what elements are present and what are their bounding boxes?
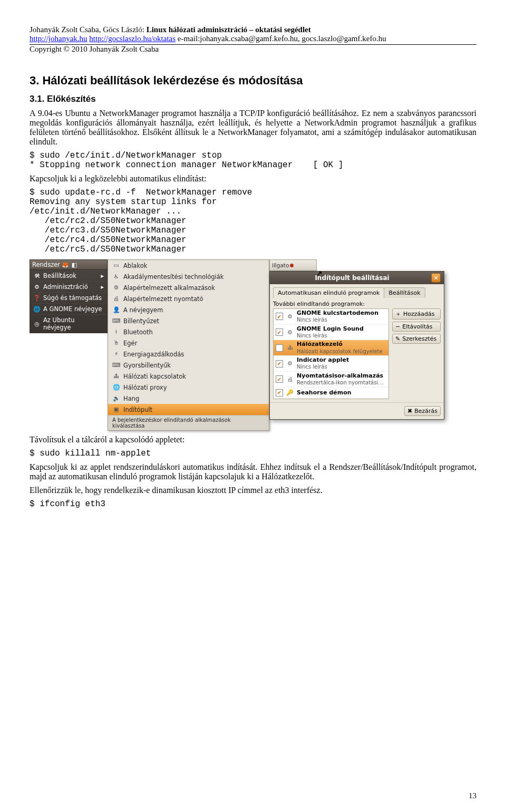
- key-icon: 🔑: [286, 389, 294, 397]
- startup-icon: ▣: [112, 405, 120, 413]
- submenu-item-sound[interactable]: 🔈Hang: [108, 393, 269, 404]
- tools-icon: 🛠: [33, 272, 41, 279]
- paragraph-2: Kapcsoljuk ki a legközelebbi automatikus…: [30, 174, 476, 183]
- list-row[interactable]: ✔🔑Seahorse démon: [274, 388, 388, 399]
- app-icon: ⚙: [286, 312, 294, 321]
- list-row[interactable]: ✔🖨Nyomtatásisor-alkalmazásRendszertálca-…: [274, 372, 388, 388]
- printer-icon: 🖨: [112, 295, 120, 303]
- sysmenu-item-ubuntu[interactable]: ◎Az Ubuntu névjegye: [30, 314, 107, 333]
- checkbox[interactable]: ✔: [276, 375, 283, 383]
- submenu-item-power[interactable]: ⚡Energiagazdálkodás: [108, 349, 269, 360]
- list-row[interactable]: ✔⚙Indicator appletNincs leírás: [274, 356, 388, 372]
- app-icon: ⚙: [112, 284, 120, 292]
- submenu-footer: A bejelentkezéskor elindítandó alkalmazá…: [108, 415, 269, 430]
- network-icon: 🖧: [286, 344, 294, 352]
- header-title: Linux hálózati adminisztráció – oktatási…: [147, 25, 311, 34]
- close-icon: ✖: [407, 408, 412, 414]
- paragraph-3: Távolítsuk el a tálcáról a kapcsolódó ap…: [30, 435, 476, 444]
- gnome-icon: 🌐: [33, 305, 41, 313]
- dialog-title: Indítópult beállításai: [315, 274, 389, 282]
- paragraph-1: A 9.04-es Ubuntu a NetworkManager progra…: [30, 109, 476, 147]
- header-email: e-mail:johanyak.csaba@gamf.kefo.hu, gocs…: [176, 34, 386, 43]
- list-row-selected[interactable]: 🖧HálózatkezelőHálózati kapcsolatok felüg…: [274, 340, 388, 356]
- system-menu-title-row[interactable]: Rendszer 🦊 ◧: [30, 260, 107, 270]
- printer-icon: 🖨: [286, 375, 294, 383]
- checkbox[interactable]: ✔: [276, 328, 283, 336]
- screenshot-mockup: Rendszer 🦊 ◧ 🛠Beállítások▸ ⚙Adminisztrác…: [30, 259, 476, 431]
- shutdown-icon[interactable]: [290, 264, 294, 267]
- header-authors: Johanyák Zsolt Csaba, Göcs László:: [30, 25, 147, 34]
- tab-autostart[interactable]: Automatikusan elinduló programok: [273, 287, 384, 298]
- list-label: További elindítandó programok:: [273, 301, 441, 307]
- settings-submenu: ▭Ablakok ♿Akadálymentesítési technológiá…: [108, 259, 269, 431]
- startup-list[interactable]: ✔⚙GNOME kulcstartodemonNincs leírás ✔⚙GN…: [273, 308, 389, 399]
- remove-button[interactable]: −Eltávolítás: [392, 322, 441, 332]
- globe-icon: 🌐: [112, 383, 120, 391]
- checkbox[interactable]: ✔: [276, 389, 283, 397]
- user-icon: 👤: [112, 306, 120, 314]
- document-header: Johanyák Zsolt Csaba, Göcs László: Linux…: [30, 25, 476, 54]
- submenu-item-ablakok[interactable]: ▭Ablakok: [108, 260, 269, 271]
- list-row[interactable]: ✔⚙GNOME kulcstartodemonNincs leírás: [274, 309, 388, 325]
- submenu-item-defaultapps[interactable]: ⚙Alapértelmezett alkalmazások: [108, 282, 269, 293]
- gear-icon: ⚙: [33, 283, 41, 291]
- close-icon: ✕: [433, 275, 438, 282]
- sysmenu-item-beallitasok[interactable]: 🛠Beállítások▸: [30, 270, 107, 281]
- network-icon: 🖧: [112, 372, 120, 380]
- paragraph-5: Ellenőrizzük le, hogy rendelkezik-e dina…: [30, 486, 476, 495]
- checkbox[interactable]: [276, 344, 283, 352]
- panel-topbar: illgato: [269, 259, 317, 271]
- header-link-2[interactable]: http://gocslaszlo.hu/oktatas: [89, 34, 176, 43]
- submenu-item-keyboard[interactable]: ⌨Billentyűzet: [108, 315, 269, 326]
- edit-button[interactable]: ✎Szerkesztés: [392, 334, 441, 344]
- bluetooth-icon: ᚼ: [112, 328, 120, 336]
- add-button[interactable]: ＋Hozzáadás: [392, 308, 441, 320]
- system-menu: Rendszer 🦊 ◧ 🛠Beállítások▸ ⚙Adminisztrác…: [30, 259, 108, 333]
- submenu-item-defaultprinter[interactable]: 🖨Alapértelmezett nyomtató: [108, 293, 269, 304]
- tab-settings[interactable]: Beállítások: [384, 287, 425, 298]
- sysmenu-item-help[interactable]: ❓Súgó és támogatás: [30, 292, 107, 303]
- mouse-icon: 🖱: [112, 339, 120, 347]
- paragraph-4: Kapcsoljuk ki az applet rendszerindulásk…: [30, 462, 476, 481]
- sysmenu-item-admin[interactable]: ⚙Adminisztráció▸: [30, 281, 107, 292]
- power-icon: ⚡: [112, 350, 120, 358]
- pencil-icon: ✎: [395, 335, 400, 342]
- header-link-1[interactable]: http://johanyak.hu: [30, 34, 87, 43]
- startup-dialog: Indítópult beállításai ✕ Automatikusan e…: [269, 271, 444, 420]
- shortcut-icon: ⌨: [112, 361, 120, 369]
- dialog-titlebar[interactable]: Indítópult beállításai ✕: [270, 272, 444, 284]
- firefox-icon: 🦊: [62, 261, 69, 268]
- accessibility-icon: ♿: [112, 273, 120, 281]
- section-heading: 3. Hálózati beállítások lekérdezése és m…: [30, 74, 476, 88]
- submenu-item-accessibility[interactable]: ♿Akadálymentesítési technológiák: [108, 271, 269, 282]
- code-block-2: $ sudo update-rc.d -f NetworkManager rem…: [30, 188, 476, 254]
- code-block-4: $ ifconfig eth3: [30, 499, 476, 509]
- code-block-1: $ sudo /etc/init.d/NetworkManager stop *…: [30, 151, 476, 170]
- plus-icon: ＋: [395, 310, 401, 318]
- subsection-heading: 3.1. Előkészítés: [30, 94, 476, 104]
- submenu-item-proxy[interactable]: 🌐Hálózati proxy: [108, 382, 269, 393]
- checkbox[interactable]: ✔: [276, 360, 283, 368]
- minus-icon: −: [395, 323, 400, 330]
- close-dialog-button[interactable]: ✖Bezárás: [404, 406, 441, 416]
- app-icon: ⚙: [286, 328, 294, 336]
- code-block-3: $ sudo killall nm-applet: [30, 449, 476, 458]
- ubuntu-icon: ◎: [33, 320, 41, 327]
- help-icon: ❓: [33, 294, 41, 302]
- keyboard-icon: ⌨: [112, 317, 120, 325]
- submenu-item-mouse[interactable]: 🖱Egér: [108, 337, 269, 349]
- checkbox[interactable]: ✔: [276, 313, 283, 320]
- sysmenu-item-gnome[interactable]: 🌐A GNOME névjegye: [30, 303, 107, 314]
- submenu-item-startup[interactable]: ▣Indítópult: [108, 404, 269, 415]
- submenu-item-bluetooth[interactable]: ᚼBluetooth: [108, 326, 269, 337]
- submenu-item-aboutme[interactable]: 👤A névjegyem: [108, 304, 269, 315]
- list-row[interactable]: ✔⚙GNOME Login SoundNincs leírás: [274, 325, 388, 341]
- header-copyright: Copyright © 2010 Johanyák Zsolt Csaba: [30, 45, 476, 54]
- user-label: illgato: [272, 262, 289, 268]
- submenu-item-netconns[interactable]: 🖧Hálózati kapcsolatok: [108, 371, 269, 382]
- app-icon: ⚙: [286, 360, 294, 368]
- submenu-item-shortcuts[interactable]: ⌨Gyorsbillentyűk: [108, 360, 269, 371]
- close-button[interactable]: ✕: [431, 273, 441, 283]
- window-icon: ▭: [112, 262, 120, 269]
- menu-title: Rendszer: [32, 261, 60, 268]
